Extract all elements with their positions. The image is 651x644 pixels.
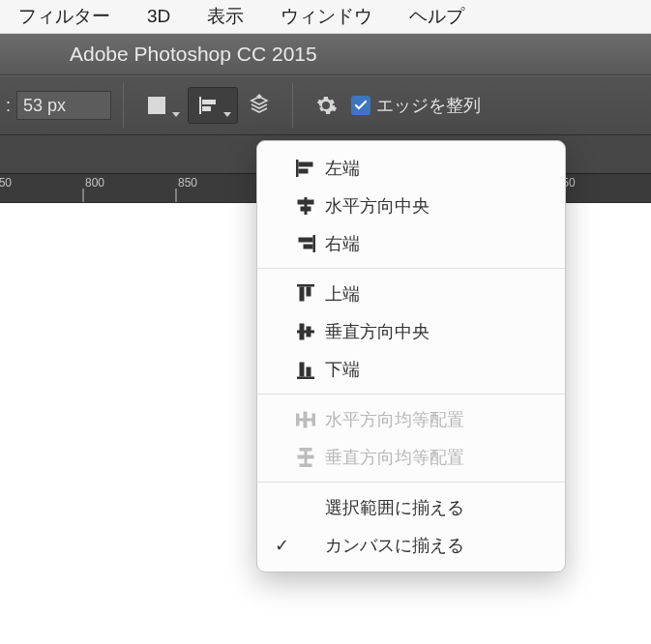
align-left-icon	[194, 92, 222, 119]
menu-item[interactable]: 選択範囲に揃える	[257, 488, 565, 526]
svg-rect-89	[301, 207, 311, 211]
menu-item-label: 垂直方向均等配置	[325, 446, 464, 469]
size-input[interactable]	[16, 91, 111, 120]
svg-rect-90	[313, 235, 315, 252]
fill-swatch-icon	[143, 92, 170, 119]
gear-icon	[312, 92, 340, 119]
app-titlebar: Adobe Photoshop CC 2015	[0, 34, 651, 75]
svg-rect-91	[299, 238, 312, 242]
align-edges-label: エッジを整列	[376, 94, 481, 117]
svg-rect-94	[300, 287, 304, 301]
ruler-label: 750	[0, 174, 29, 202]
layers-arrange-icon	[246, 92, 273, 119]
ruler-label: 800	[83, 174, 122, 202]
menu-item-label: カンバスに揃える	[325, 534, 464, 557]
options-toolbar: :	[0, 75, 651, 135]
svg-rect-99	[297, 377, 314, 379]
menu-item[interactable]: ✓カンバスに揃える	[257, 526, 565, 564]
menu-item-label: 上端	[325, 282, 360, 306]
align-edges-checkbox[interactable]: エッジを整列	[347, 94, 488, 117]
fill-swatch-button[interactable]	[135, 92, 188, 119]
app-title: Adobe Photoshop CC 2015	[70, 43, 317, 66]
align-hcenter-icon	[292, 197, 319, 215]
menu-item-label: 水平方向中央	[325, 194, 429, 218]
svg-rect-92	[304, 245, 312, 249]
os-menubar: フィルター 3D 表示 ウィンドウ ヘルプ	[0, 0, 651, 34]
menu-item: 垂直方向均等配置	[257, 438, 565, 476]
menu-item: 水平方向均等配置	[257, 400, 565, 438]
align-left-icon	[292, 160, 319, 177]
align-dropdown-menu[interactable]: 左端水平方向中央右端上端垂直方向中央下端水平方向均等配置垂直方向均等配置選択範囲…	[256, 140, 566, 572]
menu-divider	[257, 482, 565, 483]
menu-filter[interactable]: フィルター	[0, 4, 129, 29]
menu-item-label: 垂直方向中央	[325, 320, 429, 343]
chevron-down-icon	[172, 112, 180, 117]
menu-checkmark: ✓	[271, 535, 292, 556]
svg-rect-109	[305, 448, 307, 467]
svg-rect-105	[296, 419, 315, 421]
field-prefix: :	[0, 96, 16, 116]
settings-button[interactable]	[305, 92, 347, 119]
dist-h-icon	[292, 411, 319, 428]
checkbox-checked-icon	[351, 96, 370, 115]
menu-item-label: 左端	[325, 157, 360, 180]
svg-rect-3	[202, 106, 211, 111]
menu-item[interactable]: 右端	[257, 224, 565, 262]
svg-rect-97	[300, 324, 304, 339]
svg-rect-88	[298, 200, 313, 204]
align-right-icon	[292, 235, 319, 252]
align-vcenter-icon	[292, 322, 319, 341]
menu-item-label: 選択範囲に揃える	[325, 496, 464, 519]
svg-rect-86	[299, 169, 308, 173]
svg-rect-100	[300, 363, 304, 376]
menu-item[interactable]: 垂直方向中央	[257, 312, 565, 350]
svg-rect-93	[297, 284, 314, 286]
svg-rect-84	[296, 160, 298, 177]
menu-item-label: 水平方向均等配置	[325, 408, 464, 431]
align-bottom-icon	[292, 360, 319, 379]
menu-item-label: 右端	[325, 232, 360, 255]
svg-rect-1	[199, 97, 201, 114]
menu-divider	[257, 268, 565, 269]
svg-rect-0	[148, 97, 165, 114]
svg-rect-95	[307, 287, 311, 296]
align-top-icon	[292, 284, 319, 304]
svg-rect-2	[202, 100, 216, 104]
menu-item-label: 下端	[325, 358, 360, 381]
separator	[123, 83, 124, 128]
menu-window[interactable]: ウィンドウ	[262, 4, 391, 29]
menu-help[interactable]: ヘルプ	[391, 4, 483, 29]
menu-item[interactable]: 水平方向中央	[257, 187, 565, 224]
menu-item[interactable]: 上端	[257, 275, 565, 312]
menu-view[interactable]: 表示	[189, 4, 262, 29]
menu-item[interactable]: 下端	[257, 350, 565, 388]
arrange-button[interactable]	[238, 92, 281, 119]
dist-v-icon	[292, 448, 319, 467]
ruler-label: 850	[176, 174, 215, 202]
svg-rect-98	[307, 327, 311, 337]
menu-3d[interactable]: 3D	[129, 6, 189, 27]
svg-rect-101	[307, 367, 311, 376]
align-button[interactable]	[188, 87, 238, 124]
chevron-down-icon	[223, 112, 231, 117]
menu-item[interactable]: 左端	[257, 149, 565, 187]
menu-divider	[257, 394, 565, 395]
separator	[292, 83, 293, 128]
svg-rect-85	[299, 162, 312, 166]
